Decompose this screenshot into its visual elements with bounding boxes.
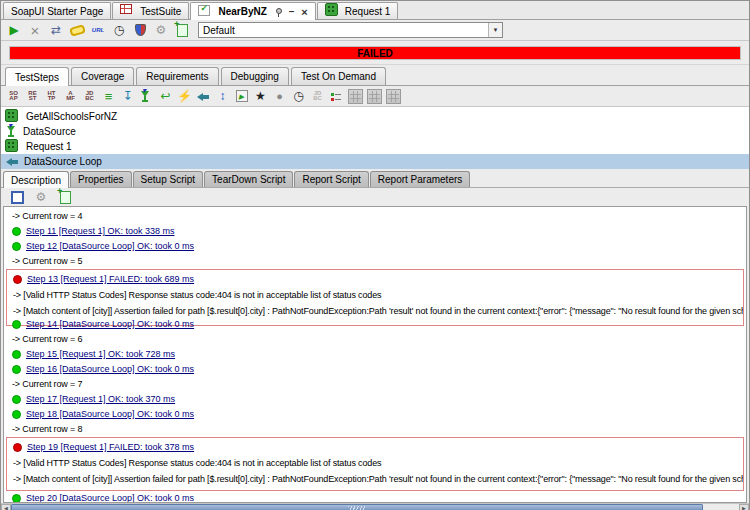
- tab-report-parameters[interactable]: Report Parameters: [370, 171, 470, 187]
- create-new-icon[interactable]: [174, 22, 190, 38]
- excel-grid-step-icon[interactable]: [367, 89, 382, 104]
- settings-button[interactable]: ⚙: [153, 22, 169, 38]
- log-step-row: Step 15 [Request 1] OK: took 728 ms: [4, 347, 746, 362]
- teststep-datasource-loop[interactable]: DataSource Loop: [1, 154, 749, 169]
- status-ok-icon: [12, 320, 21, 329]
- log-assertion-text: -> [Match content of [city]] Assertion f…: [13, 471, 743, 487]
- copy-url-icon[interactable]: URL: [90, 22, 106, 38]
- log-info-text: -> Current row = 7: [12, 377, 82, 392]
- environment-select[interactable]: Default ▼: [198, 22, 503, 38]
- datasource-loop-step-icon[interactable]: [196, 89, 211, 104]
- minimize-icon[interactable]: –: [289, 7, 295, 17]
- log-step-link[interactable]: Step 14 [DataSource Loop] OK: took 0 ms: [26, 317, 194, 332]
- log-assertion-row: -> [Valid HTTP Status Codes] Response st…: [7, 455, 743, 471]
- status-banner-label: FAILED: [357, 48, 393, 59]
- property-transfer-step-icon[interactable]: ↕: [215, 89, 230, 104]
- log-step-link[interactable]: Step 20 [DataSource Loop] OK: took 0 ms: [26, 491, 194, 503]
- log-assertion-text: -> [Valid HTTP Status Codes] Response st…: [13, 287, 381, 303]
- goto-step-icon[interactable]: ↧: [120, 89, 135, 104]
- run-button[interactable]: ▶: [6, 22, 22, 38]
- manual-step-icon[interactable]: JDBC: [310, 89, 325, 104]
- detail-tab-bar: DescriptionPropertiesSetup ScriptTearDow…: [1, 169, 749, 188]
- tab-setup-script[interactable]: Setup Script: [133, 171, 203, 187]
- tab-teststeps[interactable]: TestSteps: [5, 67, 69, 86]
- close-icon[interactable]: ×: [301, 7, 307, 17]
- scroll-thumb[interactable]: [11, 504, 703, 510]
- run-continuous-button[interactable]: ⇄: [48, 22, 64, 38]
- table-grid-step-icon[interactable]: [386, 89, 401, 104]
- teststep-request-1[interactable]: Request 1: [1, 139, 749, 154]
- scroll-track[interactable]: [703, 504, 739, 510]
- tab-requirements[interactable]: Requirements: [136, 67, 218, 85]
- view-tab-label: TestSteps: [15, 72, 59, 83]
- run-toolbar-icons: ▶×⇄URL◷⚙: [6, 22, 190, 38]
- log-step-link[interactable]: Step 12 [DataSource Loop] OK: took 0 ms: [26, 239, 194, 254]
- detail-tab-label: TearDown Script: [212, 174, 285, 185]
- properties-step-icon[interactable]: ≡: [101, 89, 116, 104]
- stopwatch-icon[interactable]: ◷: [111, 22, 127, 38]
- tab-test-on-demand[interactable]: Test On Demand: [291, 67, 386, 85]
- log-step-link[interactable]: Step 19 [Request 1] FAILED: took 378 ms: [27, 439, 194, 455]
- chevron-down-icon[interactable]: ▼: [488, 23, 502, 37]
- doc-tab-nearbynz[interactable]: NearByNZ–×: [190, 2, 315, 20]
- log-assertion-text: -> [Valid HTTP Status Codes] Response st…: [13, 455, 381, 471]
- tab-teardown-script[interactable]: TearDown Script: [204, 171, 293, 187]
- view-tab-label: Requirements: [146, 71, 208, 82]
- export-log-icon[interactable]: [57, 189, 73, 205]
- log-step-link[interactable]: Step 18 [DataSource Loop] OK: took 0 ms: [26, 407, 194, 422]
- assertion-step-icon[interactable]: ★: [253, 89, 268, 104]
- scroll-right-button[interactable]: ▶: [739, 504, 749, 510]
- tab-coverage[interactable]: Coverage: [71, 67, 134, 85]
- datasink-step-icon[interactable]: ↩: [158, 89, 173, 104]
- teststep-datasource[interactable]: ▾DataSource: [1, 124, 749, 139]
- stop-icon[interactable]: [9, 189, 25, 205]
- rest-request-step-icon[interactable]: REST: [25, 89, 40, 104]
- view-tab-label: Coverage: [81, 71, 124, 82]
- jdbc-request-step-icon[interactable]: JDBC: [82, 89, 97, 104]
- datasource-loop-icon: [5, 154, 19, 170]
- security-shield-icon[interactable]: [132, 22, 148, 38]
- tab-report-script[interactable]: Report Script: [294, 171, 368, 187]
- soap-request-step-icon[interactable]: SOAP: [6, 89, 21, 104]
- delay-step-icon[interactable]: ◷: [291, 89, 306, 104]
- settings-icon[interactable]: ⚙: [33, 189, 49, 205]
- log-info-text: -> Current row = 5: [12, 254, 82, 269]
- log-step-link[interactable]: Step 16 [DataSource Loop] OK: took 0 ms: [26, 362, 194, 377]
- share-link-icon[interactable]: [69, 22, 85, 38]
- datagen-grid-step-icon[interactable]: [348, 89, 363, 104]
- log-step-link[interactable]: Step 15 [Request 1] OK: took 728 ms: [26, 347, 175, 362]
- scroll-left-button[interactable]: ◀: [1, 504, 11, 510]
- detail-tab-label: Properties: [78, 174, 124, 185]
- teststep-label: DataSource: [23, 126, 76, 137]
- log-step-link[interactable]: Step 11 [Request 1] OK: took 338 ms: [26, 224, 174, 239]
- detail-tab-label: Description: [11, 175, 61, 186]
- log-failed-step-row: Step 19 [Request 1] FAILED: took 378 ms: [7, 439, 743, 455]
- log-step-row: Step 11 [Request 1] OK: took 338 ms: [4, 224, 746, 239]
- tab-properties[interactable]: Properties: [70, 171, 132, 187]
- log-info-text: -> Current row = 8: [12, 422, 82, 437]
- mock-response-step-icon[interactable]: ●: [272, 89, 287, 104]
- checklist-step-icon[interactable]: [329, 89, 344, 104]
- log-step-link[interactable]: Step 13 [Request 1] FAILED: took 689 ms: [27, 271, 194, 287]
- status-ok-icon: [12, 365, 21, 374]
- teststep-getallschoolsfornz[interactable]: GetAllSchoolsForNZ: [1, 109, 749, 124]
- doc-tab-request-1[interactable]: Request 1: [317, 2, 399, 19]
- status-failed-icon: [13, 275, 22, 284]
- log-step-link[interactable]: Step 17 [Request 1] OK: took 370 ms: [26, 392, 175, 407]
- http-request-step-icon[interactable]: HTTP: [44, 89, 59, 104]
- run-toolbar: ▶×⇄URL◷⚙ Default ▼: [1, 20, 749, 41]
- groovy-script-step-icon[interactable]: ⚡: [177, 89, 192, 104]
- document-tab-bar: SoapUI Starter PageTestSuiteNearByNZ–×Re…: [1, 1, 749, 20]
- doc-tab-testsuite[interactable]: TestSuite: [112, 2, 189, 19]
- datasource-step-icon[interactable]: ▾: [139, 89, 154, 104]
- pin-icon[interactable]: [275, 7, 282, 17]
- log-info-row: -> Current row = 6: [4, 332, 746, 347]
- log-step-row: Step 20 [DataSource Loop] OK: took 0 ms: [4, 491, 746, 503]
- run-testcase-step-icon[interactable]: ▶: [234, 89, 249, 104]
- amf-request-step-icon[interactable]: AMF: [63, 89, 78, 104]
- tab-debugging[interactable]: Debugging: [221, 67, 289, 85]
- teststep-list: GetAllSchoolsForNZ▾DataSourceRequest 1Da…: [1, 107, 749, 169]
- cancel-button[interactable]: ×: [27, 22, 43, 38]
- log-assertion-row: -> [Valid HTTP Status Codes] Response st…: [7, 287, 743, 303]
- doc-tab-soapui-starter-page[interactable]: SoapUI Starter Page: [3, 2, 111, 19]
